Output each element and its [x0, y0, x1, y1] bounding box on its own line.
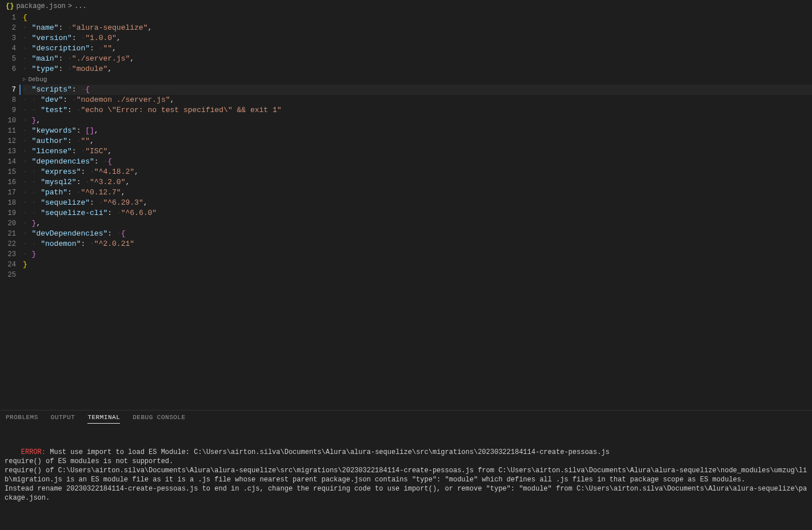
terminal-body: require() of ES modules is not supported… [5, 457, 807, 502]
code-line[interactable]: · · "nodemon": ·"^2.0.21" [23, 239, 812, 249]
line-number: 6 [0, 64, 16, 74]
line-number: 11 [0, 126, 16, 136]
play-icon: ▷ [23, 74, 26, 85]
panel-tab-output[interactable]: OUTPUT [51, 414, 75, 424]
code-line[interactable]: · · "express": ·"^4.18.2", [23, 167, 812, 177]
code-line[interactable]: · }, [23, 218, 812, 229]
panel-tab-problems[interactable]: PROBLEMS [6, 414, 38, 424]
code-line[interactable]: · "name": ·"alura-sequelize", [23, 23, 812, 33]
code-line[interactable]: · "scripts": ·{ [23, 85, 812, 95]
editor[interactable]: 1234567891011121314151617181920212223242… [0, 13, 812, 410]
code-line[interactable]: · "keywords": [], [23, 126, 812, 136]
line-number: 13 [0, 146, 16, 157]
terminal-error-line: Must use import to load ES Module: C:\Us… [46, 448, 610, 456]
line-number: 5 [0, 54, 16, 64]
line-number: 10 [0, 115, 16, 126]
code-line[interactable]: · "devDependencies": ·{ [23, 229, 812, 239]
breadcrumb[interactable]: {} package.json > ... [0, 0, 812, 13]
line-number: 16 [0, 177, 16, 188]
line-number: 21 [0, 229, 16, 239]
terminal-error-prefix: ERROR: [21, 448, 46, 456]
line-number: 9 [0, 105, 16, 115]
code-line[interactable]: · "author": ·"", [23, 136, 812, 146]
code-line[interactable]: } [23, 260, 812, 270]
panel-tab-terminal[interactable]: TERMINAL [87, 414, 120, 424]
code-line[interactable]: · · "sequelize": ·"^6.29.3", [23, 198, 812, 208]
code-line[interactable]: · · "test": ·"echo \"Error: no test spec… [23, 105, 812, 115]
code-line[interactable]: · · "sequelize-cli": ·"^6.6.0" [23, 208, 812, 218]
code-line[interactable]: · "main": ·"./server.js", [23, 54, 812, 64]
code-line[interactable]: · } [23, 249, 812, 260]
breadcrumb-file: package.json [16, 2, 65, 10]
line-number: 20 [0, 218, 16, 229]
code-area[interactable]: {· "name": ·"alura-sequelize",· "version… [23, 13, 812, 410]
line-number: 12 [0, 136, 16, 146]
line-number: 25 [0, 270, 16, 280]
line-number: 17 [0, 188, 16, 198]
line-number: 7 [0, 85, 16, 95]
codelens-debug[interactable]: ▷ Debug [23, 74, 812, 85]
codelens-label: Debug [28, 74, 47, 85]
code-line[interactable]: · "description": ·"", [23, 43, 812, 54]
bottom-panel: PROBLEMSOUTPUTTERMINALDEBUG CONSOLE ERRO… [0, 410, 812, 530]
terminal-output[interactable]: ERROR: Must use import to load ES Module… [0, 427, 812, 530]
panel-tab-debug-console[interactable]: DEBUG CONSOLE [133, 414, 185, 424]
line-number: 15 [0, 167, 16, 177]
line-number: 24 [0, 260, 16, 270]
code-line[interactable]: · · "path": ·"^0.12.7", [23, 188, 812, 198]
line-number: 18 [0, 198, 16, 208]
breadcrumb-sep: > [68, 2, 72, 10]
line-number: 1 [0, 13, 16, 23]
line-number: 8 [0, 95, 16, 105]
code-line[interactable]: · "dependencies": ·{ [23, 157, 812, 167]
code-line[interactable] [23, 270, 812, 280]
breadcrumb-tail: ... [74, 2, 87, 10]
line-number: 2 [0, 23, 16, 33]
line-number: 3 [0, 33, 16, 43]
panel-tabs: PROBLEMSOUTPUTTERMINALDEBUG CONSOLE [0, 411, 812, 427]
code-line[interactable]: · "version": ·"1.0.0", [23, 33, 812, 43]
json-file-icon: {} [6, 2, 14, 10]
code-line[interactable]: · · "mysql2": ·"^3.2.0", [23, 177, 812, 188]
code-line[interactable]: · · "dev": ·"nodemon ./server.js", [23, 95, 812, 105]
line-number: 14 [0, 157, 16, 167]
line-number: 22 [0, 239, 16, 249]
code-line[interactable]: · }, [23, 115, 812, 126]
line-number: 19 [0, 208, 16, 218]
code-line[interactable]: · "license": ·"ISC", [23, 146, 812, 157]
code-line[interactable]: · "type": ·"module", [23, 64, 812, 74]
code-line[interactable]: { [23, 13, 812, 23]
line-number: 4 [0, 43, 16, 54]
line-number-gutter: 1234567891011121314151617181920212223242… [0, 13, 23, 410]
line-number: 23 [0, 249, 16, 260]
